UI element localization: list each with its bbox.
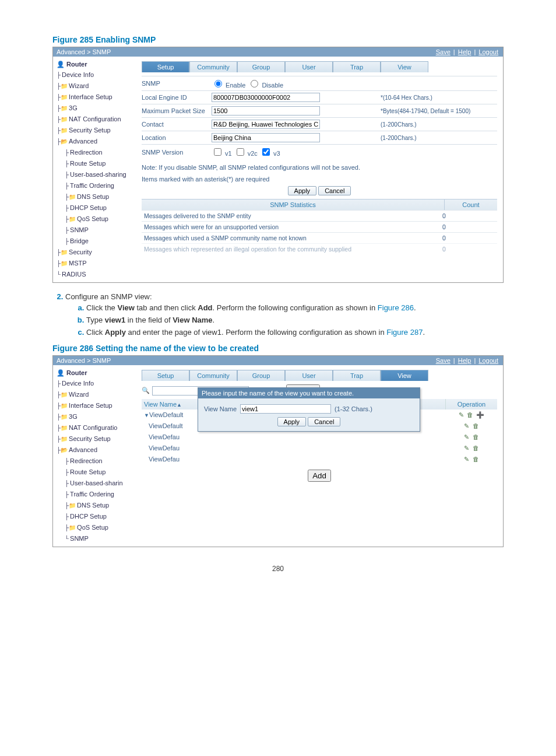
figure-286-screenshot: Advanced > SNMP Save | Help | Logout 👤 R…	[52, 355, 504, 547]
help-link[interactable]: Help	[458, 357, 471, 364]
nav-3g[interactable]: ├📁3G	[57, 411, 138, 422]
nav-mstp[interactable]: ├📁MSTP	[57, 258, 138, 269]
nav-route-setup[interactable]: ├Route Setup	[57, 467, 138, 478]
tab-group[interactable]: Group	[237, 61, 285, 72]
delete-icon[interactable]: 🗑	[467, 411, 473, 418]
nav-interface-setup[interactable]: ├📁Interface Setup	[57, 92, 138, 103]
nav-device-info[interactable]: ├Device Info	[57, 378, 138, 389]
nav-device-info[interactable]: ├Device Info	[57, 69, 138, 80]
nav-traffic-ordering[interactable]: ├Traffic Ordering	[57, 180, 138, 191]
stats-header: SNMP Statistics Count	[142, 199, 497, 210]
nav-advanced[interactable]: ├📂Advanced	[57, 444, 138, 456]
nav-dns-setup[interactable]: ├📁DNS Setup	[57, 500, 138, 511]
figure-287-link[interactable]: Figure 287	[386, 328, 423, 337]
nav-ubs[interactable]: ├User-based-sharin	[57, 478, 138, 489]
nav-snmp[interactable]: └SNMP	[57, 533, 138, 544]
v1-checkbox[interactable]: v1	[212, 146, 232, 158]
contact-input[interactable]	[212, 120, 320, 129]
tab-user[interactable]: User	[285, 61, 333, 72]
nav-dhcp-setup[interactable]: ├DHCP Setup	[57, 202, 138, 214]
nav-qos-setup[interactable]: ├📁QoS Setup	[57, 522, 138, 533]
figure-286-link[interactable]: Figure 286	[378, 303, 414, 312]
logout-link[interactable]: Logout	[478, 48, 498, 55]
modal-viewname-input[interactable]	[240, 404, 331, 414]
nav-security[interactable]: ├📁Security	[57, 247, 138, 258]
tab-community[interactable]: Community	[189, 61, 237, 72]
nav-radius[interactable]: └RADIUS	[57, 269, 138, 280]
search-icon: 🔍	[142, 387, 150, 394]
nav-wizard[interactable]: ├📁Wizard	[57, 389, 138, 400]
v3-checkbox[interactable]: v3	[260, 146, 280, 158]
step-2b: Type view1 in the field of View Name.	[86, 316, 504, 324]
nav-nat-config[interactable]: ├📁NAT Configuration	[57, 114, 138, 125]
edit-icon[interactable]: ✎	[464, 433, 469, 440]
nav-redirection[interactable]: ├Redirection	[57, 456, 138, 467]
delete-icon[interactable]: 🗑	[473, 444, 479, 452]
pktsize-hint: *Bytes(484-17940, Default = 1500)	[381, 108, 497, 114]
nav-dns-setup[interactable]: ├📁DNS Setup	[57, 191, 138, 202]
tab-community[interactable]: Community	[189, 370, 237, 381]
nav-snmp[interactable]: ├SNMP	[57, 225, 138, 236]
nav-route-setup[interactable]: ├Route Setup	[57, 158, 138, 169]
add-button[interactable]: Add	[308, 470, 331, 482]
help-link[interactable]: Help	[458, 48, 471, 55]
nav-security-setup[interactable]: ├📁Security Setup	[57, 125, 138, 136]
delete-icon[interactable]: 🗑	[473, 433, 479, 440]
nav-nat-config[interactable]: ├📁NAT Configuratio	[57, 422, 138, 433]
tab-view[interactable]: View	[381, 61, 428, 72]
expand-icon[interactable]: ▼	[144, 412, 149, 418]
pktsize-input[interactable]	[212, 106, 320, 116]
nav-dhcp-setup[interactable]: ├DHCP Setup	[57, 511, 138, 522]
edit-icon[interactable]: ✎	[464, 444, 469, 452]
sort-icon[interactable]: ▲	[177, 402, 182, 408]
nav-wizard[interactable]: ├📁Wizard	[57, 80, 138, 92]
apply-button[interactable]: Apply	[288, 186, 317, 195]
v2c-checkbox[interactable]: v2c	[234, 146, 258, 158]
edit-icon[interactable]: ✎	[464, 422, 469, 429]
save-link[interactable]: Save	[436, 48, 451, 55]
nav-root[interactable]: 👤 Router	[57, 59, 138, 69]
nav-ubs[interactable]: ├User-based-sharing	[57, 169, 138, 180]
nav-bridge[interactable]: ├Bridge	[57, 236, 138, 247]
nav-root[interactable]: 👤 Router	[57, 368, 138, 378]
snmp-disable-radio[interactable]: Disable	[248, 78, 283, 89]
contact-hint: (1-200Chars.)	[381, 121, 497, 128]
engine-hint: *(10-64 Hex Chars.)	[381, 94, 497, 101]
create-view-modal: Please input the name of the view you wa…	[198, 387, 420, 432]
top-links: Save | Help | Logout	[435, 48, 499, 55]
location-hint: (1-200Chars.)	[381, 135, 497, 141]
stat-row: Messages which used a SNMP community nam…	[142, 232, 497, 243]
nav-advanced[interactable]: ├📂Advanced	[57, 136, 138, 147]
tab-setup[interactable]: Setup	[142, 370, 189, 381]
modal-apply-button[interactable]: Apply	[277, 417, 307, 426]
tab-view[interactable]: View	[381, 370, 428, 381]
nav-security-setup[interactable]: ├📁Security Setup	[57, 433, 138, 444]
modal-cancel-button[interactable]: Cancel	[308, 417, 340, 426]
logout-link[interactable]: Logout	[478, 357, 498, 364]
edit-icon[interactable]: ✎	[464, 456, 469, 463]
edit-icon[interactable]: ✎	[459, 411, 464, 418]
location-label: Location	[142, 134, 212, 141]
table-row: ViewDefau ✎ 🗑	[142, 443, 497, 454]
delete-icon[interactable]: 🗑	[473, 456, 479, 463]
step-2a: Click the View tab and then click Add. P…	[86, 303, 504, 312]
nav-traffic-ordering[interactable]: ├Traffic Ordering	[57, 489, 138, 500]
modal-viewname-label: View Name	[204, 405, 237, 412]
delete-icon[interactable]: 🗑	[473, 422, 479, 429]
nav-qos-setup[interactable]: ├📁QoS Setup	[57, 214, 138, 225]
nav-3g[interactable]: ├📁3G	[57, 103, 138, 114]
breadcrumb: Advanced > SNMP	[57, 357, 111, 364]
snmp-enable-radio[interactable]: Enable	[212, 78, 245, 89]
add-sub-icon[interactable]: ➕	[476, 411, 484, 418]
nav-redirection[interactable]: ├Redirection	[57, 147, 138, 158]
tab-trap[interactable]: Trap	[333, 61, 381, 72]
tab-user[interactable]: User	[285, 370, 333, 381]
engine-id-input[interactable]	[212, 93, 320, 102]
nav-interface-setup[interactable]: ├📁Interface Setup	[57, 400, 138, 411]
tab-trap[interactable]: Trap	[333, 370, 381, 381]
save-link[interactable]: Save	[436, 357, 451, 364]
location-input[interactable]	[212, 133, 320, 142]
tab-setup[interactable]: Setup	[142, 61, 189, 72]
tab-group[interactable]: Group	[237, 370, 285, 381]
cancel-button[interactable]: Cancel	[318, 186, 351, 195]
